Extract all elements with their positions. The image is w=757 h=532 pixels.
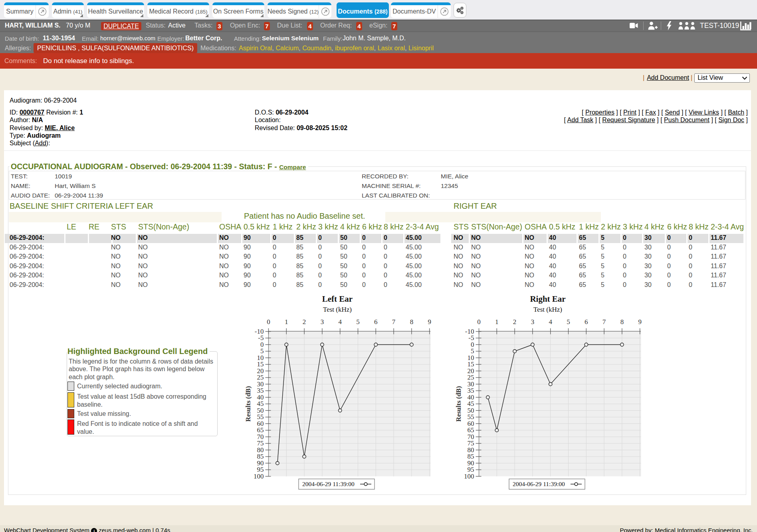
svg-text:0: 0: [477, 318, 481, 326]
svg-text:7: 7: [602, 318, 606, 326]
svg-text:1: 1: [495, 318, 499, 326]
svg-text:6: 6: [374, 318, 378, 326]
svg-text:3: 3: [321, 318, 324, 326]
svg-text:Results (dB): Results (dB): [455, 386, 462, 421]
svg-text:1: 1: [285, 318, 288, 326]
svg-text:3: 3: [531, 318, 535, 326]
svg-text:Right Ear: Right Ear: [530, 294, 565, 304]
svg-text:6: 6: [585, 318, 588, 326]
svg-text:7: 7: [392, 318, 396, 326]
svg-text:100: 100: [254, 473, 264, 480]
svg-text:9: 9: [428, 318, 431, 326]
svg-text:4: 4: [549, 318, 552, 326]
svg-text:0: 0: [267, 318, 270, 326]
svg-text:Test (kHz): Test (kHz): [323, 306, 352, 313]
svg-text:2: 2: [513, 318, 517, 326]
svg-text:Left Ear: Left Ear: [322, 294, 353, 304]
svg-text:2004-06-29 11:39:00: 2004-06-29 11:39:00: [513, 481, 565, 487]
svg-text:4: 4: [338, 318, 342, 326]
svg-text:5: 5: [356, 318, 360, 326]
svg-text:8: 8: [410, 318, 414, 326]
svg-text:2: 2: [303, 318, 306, 326]
svg-text:5: 5: [567, 318, 570, 326]
svg-text:8: 8: [620, 318, 624, 326]
svg-text:Test (kHz): Test (kHz): [533, 306, 562, 313]
svg-text:9: 9: [638, 318, 642, 326]
svg-text:100: 100: [464, 473, 474, 480]
svg-text:2004-06-29 11:39:00: 2004-06-29 11:39:00: [302, 481, 355, 487]
svg-text:Results (dB): Results (dB): [244, 386, 252, 421]
